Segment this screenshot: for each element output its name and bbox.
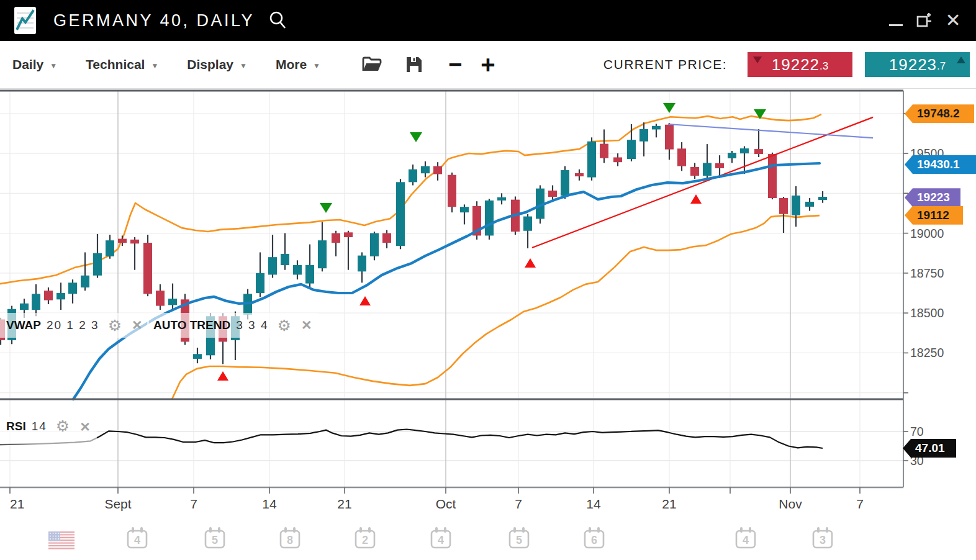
candle[interactable] — [575, 173, 584, 176]
calendar-event-icon[interactable]: 4 — [128, 527, 147, 548]
candle[interactable] — [703, 163, 712, 176]
calendar-event-icon[interactable]: 2 — [356, 527, 374, 548]
zoom-out-icon[interactable]: − — [448, 55, 462, 74]
remove-indicator-icon[interactable]: ✕ — [79, 420, 91, 435]
candle[interactable] — [56, 293, 65, 299]
candle[interactable] — [168, 299, 177, 305]
minimize-icon[interactable] — [887, 11, 905, 30]
candle[interactable] — [68, 282, 77, 294]
buy-arrow-icon — [217, 371, 228, 381]
candle[interactable] — [143, 243, 152, 294]
candle[interactable] — [382, 233, 391, 243]
candle[interactable] — [740, 148, 749, 153]
candle[interactable] — [433, 166, 442, 174]
candle[interactable] — [344, 232, 353, 237]
candle[interactable] — [690, 167, 699, 176]
candle[interactable] — [370, 233, 379, 256]
candle[interactable] — [448, 175, 456, 207]
candle[interactable] — [281, 254, 289, 265]
remove-indicator-icon[interactable]: ✕ — [132, 318, 143, 333]
candle[interactable] — [81, 276, 89, 287]
candle[interactable] — [768, 154, 777, 198]
candle[interactable] — [627, 140, 636, 159]
price-tag: 47.01 — [903, 439, 956, 458]
candle[interactable] — [20, 304, 29, 310]
candle[interactable] — [587, 142, 596, 178]
app-logo-icon — [14, 6, 37, 35]
candle[interactable] — [318, 240, 327, 268]
remove-indicator-icon[interactable]: ✕ — [301, 318, 312, 333]
calendar-event-icon[interactable]: 4 — [736, 527, 755, 548]
candle[interactable] — [818, 197, 827, 200]
candle[interactable] — [523, 217, 532, 231]
menu-more[interactable]: More ▼ — [276, 57, 320, 72]
candle[interactable] — [639, 129, 648, 142]
candle[interactable] — [779, 198, 788, 214]
candle[interactable] — [93, 253, 102, 276]
candle[interactable] — [256, 273, 264, 293]
candle[interactable] — [193, 354, 202, 359]
indicator-params: 3 3 4 — [236, 318, 268, 332]
x-axis-label: Oct — [436, 497, 456, 511]
candle[interactable] — [548, 191, 557, 197]
calendar-event-icon[interactable]: 5 — [206, 527, 224, 548]
indicator-params: 20 1 2 3 — [47, 318, 99, 332]
candle[interactable] — [652, 126, 661, 130]
calendar-event-icon[interactable]: 3 — [813, 527, 832, 548]
gear-icon[interactable]: ⚙ — [108, 319, 122, 332]
search-icon[interactable] — [268, 10, 288, 31]
save-icon[interactable] — [405, 55, 423, 74]
x-axis-label: 14 — [262, 497, 277, 511]
candle[interactable] — [677, 148, 686, 166]
candle[interactable] — [805, 202, 814, 207]
candle[interactable] — [485, 201, 494, 236]
candle[interactable] — [268, 257, 277, 274]
bid-price-button[interactable]: 19222.3 — [748, 52, 852, 77]
close-icon[interactable]: ✕ — [944, 11, 962, 30]
candle[interactable] — [715, 163, 724, 168]
candle[interactable] — [44, 291, 53, 300]
candle[interactable] — [156, 291, 165, 305]
candle[interactable] — [728, 153, 736, 158]
candle[interactable] — [754, 149, 763, 154]
candle[interactable] — [396, 182, 405, 246]
candle[interactable] — [497, 197, 506, 201]
open-folder-icon[interactable] — [361, 56, 382, 73]
us-flag-icon[interactable] — [48, 531, 75, 549]
calendar-event-icon[interactable]: 4 — [432, 527, 450, 548]
candle[interactable] — [332, 233, 340, 243]
chevron-down-icon: ▼ — [151, 60, 158, 70]
candle[interactable] — [460, 207, 469, 212]
ask-price-button[interactable]: 19223.7 — [865, 52, 970, 77]
gear-icon[interactable]: ⚙ — [56, 420, 70, 432]
menu-timeframe[interactable]: Daily ▼ — [12, 57, 57, 72]
x-axis-label: 7 — [515, 497, 522, 511]
candle[interactable] — [600, 144, 608, 158]
candle[interactable] — [613, 157, 622, 162]
candle[interactable] — [293, 265, 302, 274]
svg-text:5: 5 — [212, 534, 218, 546]
current-price-label: CURRENT PRICE: — [603, 57, 727, 72]
menu-display[interactable]: Display ▼ — [187, 57, 247, 72]
gear-icon[interactable]: ⚙ — [277, 319, 291, 332]
candle[interactable] — [305, 265, 314, 284]
price-tag: 19748.2 — [905, 104, 974, 123]
candle[interactable] — [130, 240, 139, 243]
menu-technical[interactable]: Technical ▼ — [86, 57, 158, 72]
trading-app-window: { "window": { "title": "GERMANY 40, DAIL… — [0, 0, 976, 560]
candle[interactable] — [32, 294, 40, 310]
candle[interactable] — [421, 166, 430, 174]
calendar-event-icon[interactable]: 6 — [585, 527, 603, 548]
vwap-line — [73, 163, 820, 399]
candle[interactable] — [358, 256, 366, 272]
candle[interactable] — [792, 196, 800, 215]
candle[interactable] — [118, 239, 127, 243]
popout-icon[interactable] — [915, 11, 934, 30]
candle[interactable] — [665, 125, 674, 150]
candle[interactable] — [106, 240, 114, 256]
calendar-event-icon[interactable]: 8 — [281, 527, 299, 548]
zoom-in-icon[interactable]: + — [481, 55, 495, 74]
candle[interactable] — [409, 169, 417, 183]
calendar-event-icon[interactable]: 5 — [510, 527, 528, 548]
candle[interactable] — [561, 170, 569, 196]
